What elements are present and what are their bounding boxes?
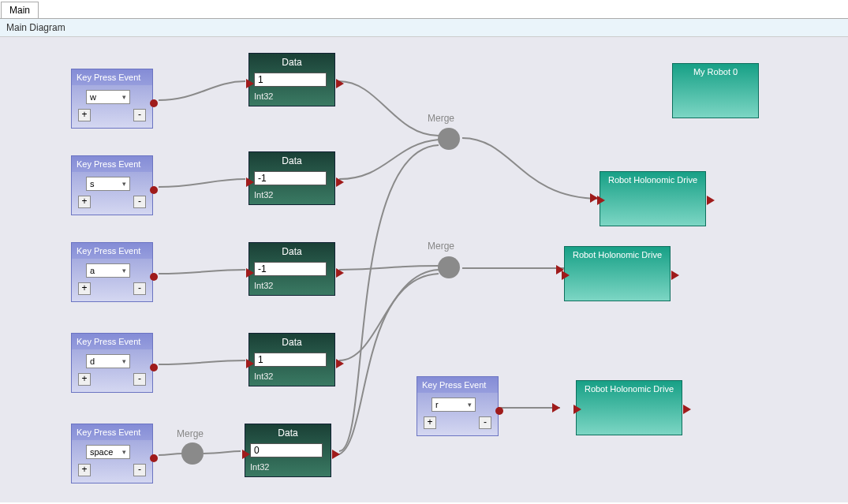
key-value: space (90, 447, 113, 457)
input-port[interactable] (242, 450, 250, 459)
output-port[interactable] (150, 186, 158, 194)
node-title: Key Press Event (72, 69, 152, 85)
merge-label: Merge (428, 113, 454, 124)
output-port[interactable] (150, 364, 158, 371)
output-port[interactable] (336, 79, 344, 88)
holonomic-drive-node[interactable]: Robot Holonomic Drive (564, 246, 671, 301)
key-select[interactable]: a▾ (86, 263, 130, 278)
type-label: Int32 (249, 278, 334, 295)
plus-button[interactable]: + (424, 416, 436, 429)
type-label: Int32 (249, 88, 334, 106)
input-port[interactable] (246, 268, 254, 278)
value-input[interactable] (254, 353, 327, 367)
node-title: Robot Holonomic Drive (600, 172, 705, 188)
node-title: Data (249, 334, 334, 351)
output-port[interactable] (671, 271, 679, 280)
minus-button[interactable]: - (133, 109, 146, 121)
keypress-node[interactable]: Key Press Event s▾ + - (71, 155, 153, 215)
chevron-down-icon: ▾ (122, 267, 126, 274)
output-port[interactable] (683, 405, 691, 414)
input-port[interactable] (246, 79, 254, 88)
node-title: Robot Holonomic Drive (565, 247, 670, 263)
type-label: Int32 (249, 368, 334, 386)
plus-button[interactable]: + (78, 282, 91, 295)
minus-button[interactable]: - (133, 464, 146, 476)
merge-node[interactable] (438, 128, 460, 150)
keypress-node[interactable]: Key Press Event r▾ + - (417, 376, 499, 436)
key-select[interactable]: d▾ (86, 354, 130, 368)
holonomic-drive-node[interactable]: Robot Holonomic Drive (576, 380, 682, 435)
input-port[interactable] (246, 359, 254, 368)
input-port[interactable] (246, 177, 254, 187)
arrow-icon (590, 193, 598, 203)
node-title: Data (249, 243, 334, 260)
keypress-node[interactable]: Key Press Event space▾ + - (71, 424, 153, 483)
output-port[interactable] (707, 196, 715, 205)
node-title: Data (245, 424, 331, 442)
key-value: w (90, 92, 96, 102)
minus-button[interactable]: - (133, 196, 146, 208)
type-label: Int32 (249, 187, 334, 204)
output-port[interactable] (336, 177, 344, 187)
value-input[interactable] (254, 73, 327, 87)
key-value: r (435, 400, 439, 409)
minus-button[interactable]: - (479, 416, 491, 429)
value-input[interactable] (254, 171, 327, 185)
output-port[interactable] (150, 454, 158, 462)
output-port[interactable] (336, 268, 344, 278)
output-port[interactable] (495, 407, 503, 415)
merge-node[interactable] (438, 256, 460, 278)
plus-button[interactable]: + (78, 373, 91, 386)
key-select[interactable]: w▾ (86, 90, 130, 104)
minus-button[interactable]: - (133, 282, 146, 295)
node-title: My Robot 0 (673, 64, 758, 80)
chevron-down-icon: ▾ (468, 401, 472, 409)
plus-button[interactable]: + (78, 109, 91, 121)
robot-node[interactable]: My Robot 0 (672, 63, 759, 118)
data-node[interactable]: Data Int32 (245, 424, 331, 477)
data-node[interactable]: Data Int32 (248, 333, 335, 386)
output-port[interactable] (336, 359, 344, 368)
type-label: Int32 (245, 459, 331, 476)
output-port[interactable] (150, 99, 158, 107)
key-value: a (90, 266, 95, 275)
keypress-node[interactable]: Key Press Event a▾ + - (71, 242, 153, 302)
keypress-node[interactable]: Key Press Event d▾ + - (71, 333, 153, 393)
node-title: Key Press Event (72, 424, 152, 440)
value-input[interactable] (254, 262, 327, 276)
plus-button[interactable]: + (78, 196, 91, 208)
subheader: Main Diagram (0, 19, 848, 37)
data-node[interactable]: Data Int32 (248, 242, 335, 296)
key-value: s (90, 179, 95, 189)
node-title: Data (249, 152, 334, 170)
output-port[interactable] (332, 450, 340, 459)
plus-button[interactable]: + (78, 464, 91, 476)
chevron-down-icon: ▾ (122, 448, 126, 456)
merge-node[interactable] (181, 442, 204, 465)
tab-main[interactable]: Main (1, 2, 39, 18)
data-node[interactable]: Data Int32 (248, 151, 335, 205)
node-title: Key Press Event (417, 377, 498, 393)
value-input[interactable] (250, 443, 323, 457)
key-select[interactable]: s▾ (86, 177, 130, 191)
minus-button[interactable]: - (133, 373, 146, 386)
chevron-down-icon: ▾ (122, 357, 126, 365)
diagram-canvas[interactable]: Key Press Event w▾ + - Key Press Event s… (0, 37, 848, 502)
key-select[interactable]: space▾ (86, 445, 130, 459)
node-title: Key Press Event (72, 243, 152, 259)
arrow-icon (556, 265, 564, 274)
keypress-node[interactable]: Key Press Event w▾ + - (71, 69, 153, 129)
holonomic-drive-node[interactable]: Robot Holonomic Drive (600, 171, 706, 226)
node-title: Robot Holonomic Drive (577, 381, 682, 397)
arrow-icon (552, 403, 560, 413)
input-port[interactable] (597, 196, 605, 205)
input-port[interactable] (573, 405, 581, 414)
chevron-down-icon: ▾ (122, 180, 126, 188)
data-node[interactable]: Data Int32 (248, 53, 335, 106)
tab-bar: Main (0, 0, 848, 19)
chevron-down-icon: ▾ (122, 93, 126, 101)
merge-label: Merge (177, 428, 204, 439)
key-select[interactable]: r▾ (431, 398, 476, 412)
output-port[interactable] (150, 273, 158, 281)
merge-label: Merge (428, 241, 454, 252)
